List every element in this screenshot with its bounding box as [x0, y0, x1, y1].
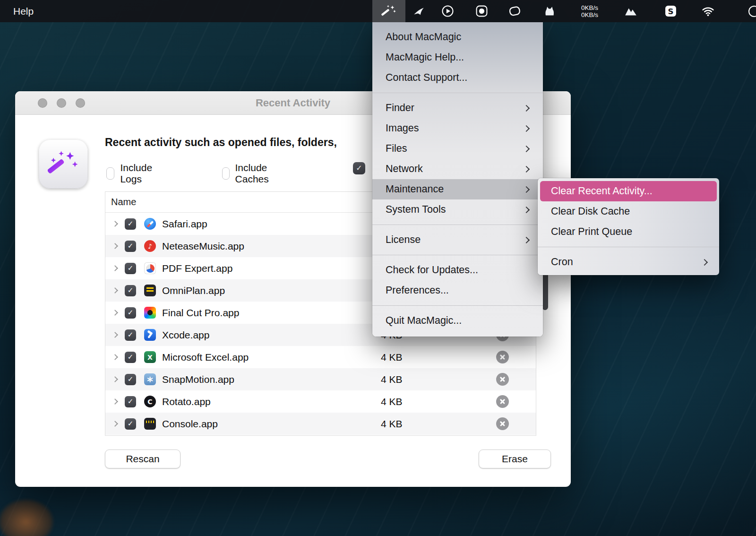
menu-item-license[interactable]: License: [372, 230, 543, 250]
disclosure-chevron-icon[interactable]: [112, 398, 118, 405]
app-icon: [39, 139, 88, 189]
check-icon: ✓: [128, 265, 134, 272]
s-logo-icon[interactable]: S: [658, 0, 683, 22]
submenu-item-clear-recent-activity[interactable]: Clear Recent Activity...: [540, 181, 717, 201]
name-column-header[interactable]: Name: [111, 197, 136, 207]
checkbox-icon[interactable]: [222, 167, 230, 180]
macmagic-wand-icon[interactable]: [372, 0, 405, 22]
mountains-icon[interactable]: [617, 0, 645, 22]
chevron-right-icon: [523, 145, 530, 152]
menu-item-label: MacMagic Help...: [386, 52, 464, 63]
app-name: OmniPlan.app: [162, 285, 225, 296]
delete-button[interactable]: [496, 373, 509, 386]
include-logs-checkbox[interactable]: Include Logs: [106, 162, 156, 185]
menu-item-help[interactable]: MacMagic Help...: [372, 47, 543, 68]
rescan-button[interactable]: Rescan: [105, 450, 180, 468]
app-name: Safari.app: [162, 218, 207, 230]
check-icon: ✓: [128, 287, 134, 294]
delete-button[interactable]: [496, 395, 509, 408]
desktop: Help: [0, 0, 756, 536]
row-checkbox[interactable]: ✓: [125, 218, 136, 230]
safari-app-icon: [144, 218, 156, 230]
menu-item-check-for-updates[interactable]: Check for Updates...: [372, 260, 543, 280]
app-name: NeteaseMusic.app: [162, 241, 244, 252]
menu-bar: Help: [0, 0, 756, 22]
play-circle-icon[interactable]: [436, 0, 459, 22]
menu-item-finder[interactable]: Finder: [372, 98, 543, 118]
row-checkbox[interactable]: ✓: [125, 285, 136, 296]
menu-item-quit[interactable]: Quit MacMagic...: [372, 311, 543, 331]
delete-button[interactable]: [496, 351, 509, 363]
bird-icon[interactable]: [407, 0, 431, 22]
table-row[interactable]: ✓ C Rotato.app 4 KB: [105, 390, 536, 413]
table-row[interactable]: ✓ * SnapMotion.app 4 KB: [105, 368, 536, 390]
menu-separator: [372, 220, 543, 230]
check-icon: ✓: [356, 164, 362, 172]
disclosure-chevron-icon[interactable]: [112, 265, 118, 271]
submenu-item-clear-print-queue[interactable]: Clear Print Queue: [538, 222, 719, 242]
disclosure-chevron-icon[interactable]: [112, 287, 118, 294]
console-app-icon: [144, 418, 156, 430]
table-row[interactable]: ✓ X Microsoft Excel.app 4 KB: [105, 346, 536, 368]
wifi-icon[interactable]: [695, 0, 721, 22]
chevron-right-icon: [523, 186, 530, 192]
app-name: PDF Expert.app: [162, 263, 232, 274]
row-checkbox[interactable]: ✓: [125, 307, 136, 319]
cat-icon[interactable]: [538, 0, 561, 22]
screen-record-icon[interactable]: [470, 0, 493, 22]
check-icon: ✓: [128, 420, 134, 427]
disclosure-chevron-icon[interactable]: [112, 421, 118, 427]
check-icon: ✓: [128, 354, 134, 361]
checkbox-icon[interactable]: ✓: [353, 162, 365, 174]
menu-item-label: Check for Updates...: [386, 264, 478, 276]
menu-item-images[interactable]: Images: [372, 118, 543, 138]
final-cut-pro-app-icon: [144, 307, 156, 319]
disclosure-chevron-icon[interactable]: [112, 310, 118, 316]
row-checkbox[interactable]: ✓: [125, 418, 136, 430]
menu-item-preferences[interactable]: Preferences...: [372, 280, 543, 301]
row-checkbox[interactable]: ✓: [125, 396, 136, 407]
include-logs-label: Include Logs: [120, 162, 156, 185]
disclosure-chevron-icon[interactable]: [112, 354, 118, 360]
lasso-icon[interactable]: [503, 0, 526, 22]
delete-button[interactable]: [496, 417, 509, 430]
menu-item-label: Network: [386, 163, 423, 175]
help-menu[interactable]: Help: [13, 0, 34, 22]
row-checkbox[interactable]: ✓: [125, 263, 136, 274]
checkbox-icon[interactable]: [106, 167, 114, 180]
disclosure-chevron-icon[interactable]: [112, 376, 118, 382]
disclosure-chevron-icon[interactable]: [112, 332, 118, 338]
menu-item-maintenance[interactable]: Maintenance: [372, 179, 543, 199]
clock-icon[interactable]: [730, 0, 756, 22]
submenu-item-cron[interactable]: Cron: [538, 252, 719, 272]
xcode-app-icon: [144, 329, 156, 341]
network-speed-indicator[interactable]: 0KB/s 0KB/s: [569, 0, 610, 22]
menu-item-contact-support[interactable]: Contact Support...: [372, 68, 543, 88]
upload-speed: 0KB/s: [581, 4, 598, 11]
file-size: 4 KB: [381, 418, 403, 430]
app-name: Xcode.app: [162, 329, 209, 341]
menu-item-files[interactable]: Files: [372, 138, 543, 159]
microsoft-excel-app-icon: X: [144, 351, 156, 363]
menu-item-network[interactable]: Network: [372, 159, 543, 179]
maintenance-submenu: Clear Recent Activity... Clear Disk Cach…: [538, 178, 719, 275]
row-checkbox[interactable]: ✓: [125, 352, 136, 363]
menu-item-label: Cron: [551, 256, 573, 268]
third-filter-checkbox[interactable]: ✓: [353, 162, 365, 174]
erase-button[interactable]: Erase: [479, 450, 551, 468]
include-caches-checkbox[interactable]: Include Caches: [222, 162, 274, 185]
disclosure-chevron-icon[interactable]: [112, 221, 118, 227]
row-checkbox[interactable]: ✓: [125, 374, 136, 385]
disclosure-chevron-icon[interactable]: [112, 243, 118, 249]
row-checkbox[interactable]: ✓: [125, 329, 136, 341]
check-icon: ✓: [128, 309, 134, 316]
chevron-right-icon: [523, 104, 530, 111]
menu-item-about[interactable]: About MacMagic: [372, 27, 543, 47]
row-checkbox[interactable]: ✓: [125, 241, 136, 252]
submenu-item-clear-disk-cache[interactable]: Clear Disk Cache: [538, 201, 719, 222]
menu-item-system-tools[interactable]: System Tools: [372, 199, 543, 220]
table-row[interactable]: ✓ Console.app 4 KB: [105, 413, 536, 435]
menu-separator: [538, 242, 719, 252]
snapmotion-app-icon: *: [144, 373, 156, 385]
menu-item-label: Preferences...: [386, 285, 449, 296]
